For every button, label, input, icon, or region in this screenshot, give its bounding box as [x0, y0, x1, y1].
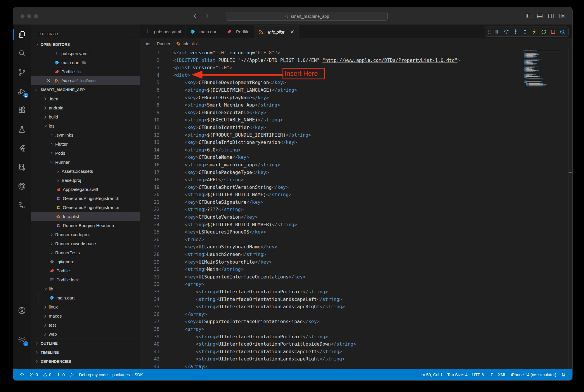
- tree-item-web[interactable]: web: [31, 330, 140, 339]
- status-indentation[interactable]: Tab Size: 4: [445, 369, 470, 380]
- window-control-zoom[interactable]: [34, 14, 38, 18]
- section-outline[interactable]: OUTLINE: [31, 339, 140, 348]
- open-editor-Podfile[interactable]: Podfileios: [31, 67, 140, 76]
- code-line[interactable]: 32 <array>: [140, 281, 572, 288]
- minimap[interactable]: [523, 50, 564, 88]
- code-line[interactable]: 14 <string>6.0</string>: [140, 146, 572, 154]
- open-editor-pubspec.yaml[interactable]: !pubspec.yaml: [31, 49, 140, 58]
- code-line[interactable]: 28 <string>LaunchScreen</string>: [140, 251, 572, 258]
- code-editor[interactable]: 1<?xml version="1.0" encoding="UTF-8"?>2…: [140, 49, 572, 369]
- activity-flutter[interactable]: [16, 142, 28, 154]
- code-line[interactable]: 20 <string>$(FLUTTER_BUILD_NAME)</string…: [140, 191, 572, 198]
- status-forwarded-ports[interactable]: 0: [54, 369, 67, 380]
- code-line[interactable]: 40 <string>UIInterfaceOrientationPortrai…: [140, 340, 572, 348]
- tree-item-Runner-Bridging-Header.h[interactable]: CRunner-Bridging-Header.h: [31, 221, 140, 230]
- code-line[interactable]: 15 <key>CFBundleName</key>: [140, 154, 572, 161]
- section-project[interactable]: SMART_MACHINE_APP: [31, 85, 140, 94]
- breadcrumb-item-Info.plist[interactable]: Info.plist: [176, 41, 198, 46]
- window-control-close[interactable]: [20, 14, 25, 18]
- code-line[interactable]: 7 <key>CFBundleDisplayName</key>: [140, 94, 572, 102]
- tree-item-Podfile.lock[interactable]: Podfile.lock: [31, 275, 140, 284]
- activity-extensions[interactable]: [16, 104, 28, 116]
- activity-accounts[interactable]: [16, 305, 28, 316]
- debug-inspect-widget-button[interactable]: [559, 28, 566, 36]
- debug-step-into-button[interactable]: [512, 28, 519, 36]
- status-problems-warnings[interactable]: 0: [40, 369, 54, 380]
- code-line[interactable]: 35 <string>UIInterfaceOrientationLandsca…: [140, 303, 572, 311]
- activity-run-and-debug[interactable]: 1: [16, 86, 28, 97]
- code-line[interactable]: 16 <string>smart_machine_app</string>: [140, 161, 572, 169]
- activity-project-tasks[interactable]: [16, 161, 28, 173]
- tree-item-Assets.xcassets[interactable]: Assets.xcassets: [31, 167, 140, 176]
- code-line[interactable]: 29 <key>UIMainStoryboardFile</key>: [140, 258, 572, 266]
- window-control-minimize[interactable]: [27, 14, 31, 18]
- tree-item-AppDelegate.swift[interactable]: AppDelegate.swift: [31, 185, 140, 194]
- code-line[interactable]: 8 <string>Smart Machine App</string>: [140, 101, 572, 109]
- open-editor-Info.plist[interactable]: ✕Info.plistios/Runner: [31, 76, 140, 85]
- tree-item-macos[interactable]: macos: [31, 311, 140, 320]
- activity-settings[interactable]: 1: [16, 334, 28, 346]
- status-end-of-line[interactable]: LF: [486, 369, 495, 380]
- code-line[interactable]: 23 <key>CFBundleVersion</key>: [140, 213, 572, 221]
- activity-source-control[interactable]: [16, 67, 28, 78]
- tree-item-RunnerTests[interactable]: RunnerTests: [31, 248, 140, 257]
- debug-step-over-button[interactable]: [502, 28, 510, 36]
- code-line[interactable]: 18 <string>APPL</string>: [140, 176, 572, 184]
- tree-item-linux[interactable]: linux: [31, 302, 140, 311]
- activity-github[interactable]: [16, 180, 28, 192]
- code-line[interactable]: 42 <string>UIInterfaceOrientationLandsca…: [140, 355, 572, 363]
- layout-customize-button[interactable]: [559, 13, 565, 19]
- tree-item-.gitignore[interactable]: .gitignore: [31, 257, 140, 266]
- tree-item-Runner[interactable]: Runner: [31, 158, 140, 167]
- tree-item-GeneratedPluginRegistrant.m[interactable]: CGeneratedPluginRegistrant.m: [31, 203, 140, 212]
- section-timeline[interactable]: TIMELINE: [31, 348, 140, 357]
- tab-Info.plist[interactable]: Info.plist✕: [254, 25, 299, 38]
- tree-item-.idea[interactable]: .idea: [31, 94, 140, 103]
- debug-gripper-button[interactable]: [487, 28, 491, 36]
- close-icon[interactable]: ✕: [290, 29, 294, 35]
- code-line[interactable]: 30 <string>Main</string>: [140, 266, 572, 273]
- tree-item-Base.lproj[interactable]: Base.lproj: [31, 176, 140, 185]
- tree-item-Runner.xcodeproj[interactable]: Runner.xcodeproj: [31, 230, 140, 239]
- tree-item-build[interactable]: build: [31, 112, 140, 121]
- tab-main.dart[interactable]: main.dart: [186, 25, 223, 38]
- status-debug-icon[interactable]: [67, 369, 77, 380]
- code-line[interactable]: 1<?xml version="1.0" encoding="UTF-8"?>: [140, 49, 572, 57]
- tree-item-GeneratedPluginRegistrant.h[interactable]: CGeneratedPluginRegistrant.h: [31, 194, 140, 203]
- layout-panel-button[interactable]: [536, 13, 543, 19]
- code-line[interactable]: 3<plist version="1.0">: [140, 64, 572, 72]
- explorer-actions-button[interactable]: ···: [126, 31, 132, 37]
- open-editor-main.dart[interactable]: main.dartlib: [31, 58, 140, 67]
- navigate-back-button[interactable]: [193, 12, 200, 20]
- tree-item-Info.plist[interactable]: Info.plist: [31, 212, 140, 221]
- tree-item-test[interactable]: test: [31, 320, 140, 330]
- tab-Podfile[interactable]: Podfile: [222, 25, 254, 38]
- code-line[interactable]: 22 <string>????</string>: [140, 206, 572, 213]
- tree-item-ios[interactable]: ios: [31, 121, 140, 130]
- section-open-editors[interactable]: OPEN EDITORS: [31, 40, 140, 49]
- code-line[interactable]: 12 <string>$(PRODUCT_BUNDLE_IDENTIFIER)<…: [140, 131, 572, 139]
- code-line[interactable]: 11 <key>CFBundleIdentifier</key>: [140, 124, 572, 131]
- close-icon[interactable]: ✕: [47, 78, 54, 83]
- activity-references[interactable]: [16, 199, 28, 211]
- tree-item-.symlinks[interactable]: .symlinks: [31, 130, 140, 140]
- code-line[interactable]: 27 <key>UILaunchStoryboardName</key>: [140, 243, 572, 251]
- code-line[interactable]: 6 <string>$(DEVELOPMENT_LANGUAGE)</strin…: [140, 86, 572, 94]
- tree-item-Runner.xcworkspace[interactable]: Runner.xcworkspace: [31, 239, 140, 248]
- code-line[interactable]: 24 <string>$(FLUTTER_BUILD_NUMBER)</stri…: [140, 221, 572, 229]
- debug-pause-button[interactable]: [493, 28, 501, 36]
- code-line[interactable]: 10 <string>$(EXECUTABLE_NAME)</string>: [140, 116, 572, 124]
- status-language-mode[interactable]: XML: [495, 369, 509, 380]
- status-remote-indicator[interactable]: [17, 369, 27, 380]
- debug-stop-button[interactable]: [549, 28, 557, 36]
- code-line[interactable]: 41 <string>UIInterfaceOrientationLandsca…: [140, 348, 572, 356]
- code-line[interactable]: 19 <key>CFBundleShortVersionString</key>: [140, 184, 572, 191]
- code-line[interactable]: 5 <key>CFBundleDevelopmentRegion</key>: [140, 79, 572, 86]
- debug-step-out-button[interactable]: [521, 28, 529, 36]
- tree-item-Flutter[interactable]: Flutter: [31, 140, 140, 149]
- tree-item-Podfile[interactable]: Podfile: [31, 266, 140, 275]
- layout-sidebar-left-button[interactable]: [525, 13, 532, 19]
- code-line[interactable]: 36 </array>: [140, 311, 572, 318]
- code-line[interactable]: 33 <string>UIInterfaceOrientationPortrai…: [140, 288, 572, 296]
- code-line[interactable]: 43 </array>: [140, 363, 572, 369]
